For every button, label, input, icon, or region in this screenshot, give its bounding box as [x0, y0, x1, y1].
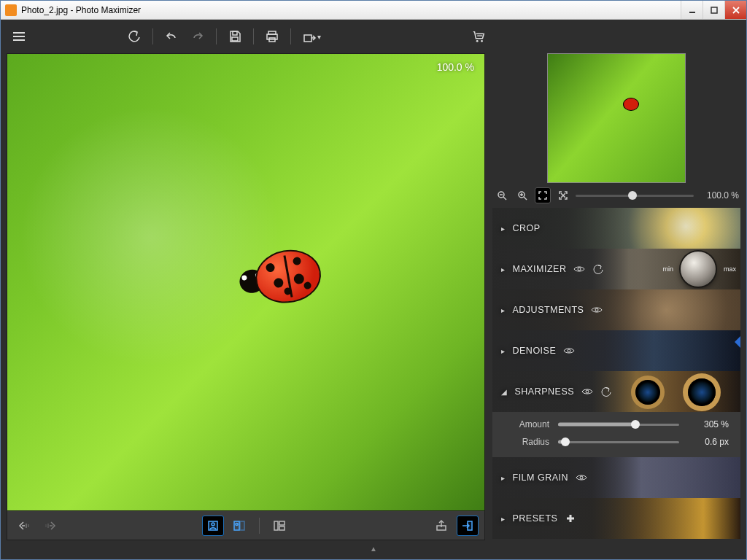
- top-toolbar: ▾: [7, 24, 740, 49]
- panel-adjustments[interactable]: ▸ADJUSTMENTS: [492, 289, 740, 330]
- svg-rect-28: [274, 521, 278, 530]
- view-single-button[interactable]: [202, 516, 224, 536]
- panel-label: SHARPNESS: [515, 386, 575, 397]
- zoom-out-button[interactable]: [494, 187, 510, 203]
- svg-rect-26: [240, 521, 244, 530]
- svg-point-13: [476, 40, 479, 42]
- svg-rect-10: [267, 34, 277, 39]
- panel-label: FILM GRAIN: [513, 472, 569, 483]
- sharpness-amount-row: Amount 305 %: [504, 419, 729, 429]
- fit-screen-button[interactable]: [535, 187, 551, 203]
- panel-label: CROP: [513, 223, 541, 233]
- revert-button[interactable]: [122, 26, 147, 47]
- redo-button[interactable]: [185, 26, 210, 47]
- svg-point-44: [578, 268, 581, 271]
- footer-expand-icon[interactable]: ▲: [7, 545, 740, 552]
- canvas-zoom-label: 100.0 %: [437, 61, 474, 73]
- svg-rect-30: [279, 526, 285, 530]
- panel-presets[interactable]: ▸PRESETS: [492, 498, 740, 539]
- expand-icon: ▸: [501, 474, 506, 482]
- menu-button[interactable]: [7, 26, 31, 47]
- sharpness-radius-slider[interactable]: [558, 441, 679, 443]
- bottom-toolbar: [7, 511, 485, 540]
- panels-accordion: ▸CROP min max ▸MAXIMIZER ▸: [492, 208, 740, 540]
- undo-button[interactable]: [159, 26, 184, 47]
- svg-point-47: [586, 390, 589, 393]
- title-bar: Photo_2.jpg - Photo Maximizer: [1, 1, 746, 20]
- svg-rect-6: [13, 39, 25, 41]
- svg-line-39: [524, 197, 527, 200]
- panel-label: ADJUSTMENTS: [513, 305, 584, 315]
- svg-rect-1: [711, 7, 717, 13]
- expand-icon: ▸: [501, 306, 506, 314]
- print-button[interactable]: [260, 26, 285, 47]
- svg-rect-4: [13, 32, 25, 34]
- eye-icon[interactable]: [573, 263, 585, 275]
- panel-label: DENOISE: [513, 346, 557, 356]
- panel-filmgrain[interactable]: ▸FILM GRAIN: [492, 457, 740, 498]
- expand-icon: ▸: [501, 265, 506, 273]
- slider-label: Amount: [504, 419, 549, 429]
- svg-line-36: [503, 197, 506, 200]
- zoom-value: 100.0 %: [698, 190, 739, 201]
- navigator-zoom-row: 100.0 %: [492, 187, 740, 203]
- panel-denoise[interactable]: ▸DENOISE: [492, 330, 740, 371]
- eye-icon[interactable]: [563, 345, 575, 357]
- svg-rect-8: [232, 37, 238, 41]
- svg-point-14: [481, 40, 483, 42]
- svg-point-45: [595, 308, 598, 311]
- eye-icon[interactable]: [581, 386, 593, 397]
- panel-sharpness-body: Amount 305 % Radius 0.6 px: [492, 412, 740, 457]
- view-compare-button[interactable]: [228, 516, 250, 536]
- share-chevron-icon: ▾: [317, 33, 321, 41]
- app-icon: [5, 4, 17, 16]
- sharpness-amount-slider[interactable]: [558, 424, 679, 426]
- panel-sharpness[interactable]: ◢SHARPNESS: [492, 371, 740, 412]
- sharpness-radius-row: Radius 0.6 px: [504, 437, 729, 447]
- svg-point-46: [568, 349, 570, 352]
- zoom-slider[interactable]: [576, 195, 694, 197]
- panel-label: PRESETS: [513, 513, 558, 524]
- panel-crop[interactable]: ▸CROP: [492, 208, 740, 249]
- cart-button[interactable]: [466, 26, 491, 47]
- reset-icon[interactable]: [600, 386, 612, 397]
- sharpness-radius-value: 0.6 px: [688, 437, 729, 447]
- slider-label: Radius: [504, 437, 549, 447]
- svg-rect-5: [13, 36, 25, 37]
- panel-label: MAXIMIZER: [513, 264, 567, 274]
- actual-size-button[interactable]: [555, 187, 571, 203]
- import-right-button[interactable]: [457, 516, 479, 536]
- close-button[interactable]: [724, 1, 746, 19]
- expand-icon: ▸: [501, 225, 506, 233]
- minimize-button[interactable]: [681, 1, 703, 19]
- svg-rect-7: [233, 31, 237, 35]
- eye-icon[interactable]: [591, 304, 603, 316]
- navigator-preview[interactable]: [547, 53, 686, 183]
- layout-toggle-button[interactable]: [268, 516, 290, 536]
- eye-icon[interactable]: [576, 472, 587, 483]
- sharpness-amount-value: 305 %: [688, 419, 729, 429]
- svg-point-27: [235, 523, 237, 525]
- image-canvas[interactable]: 100.0 %: [7, 53, 485, 511]
- svg-rect-29: [279, 521, 285, 525]
- collapse-icon: ◢: [501, 388, 508, 396]
- svg-point-48: [580, 476, 583, 479]
- expand-icon: ▸: [501, 515, 506, 523]
- zoom-in-button[interactable]: [514, 187, 530, 203]
- app-chrome: ▾: [1, 20, 746, 559]
- svg-point-24: [212, 523, 214, 526]
- save-button[interactable]: [222, 26, 247, 47]
- app-window: Photo_2.jpg - Photo Maximizer ▾: [0, 0, 747, 560]
- svg-rect-12: [304, 35, 311, 42]
- export-up-button[interactable]: [430, 516, 452, 536]
- expand-icon: ▸: [501, 347, 506, 355]
- next-image-button[interactable]: [39, 516, 61, 536]
- side-panel: 100.0 % ▸CROP min max ▸MAXIMIZER: [492, 53, 740, 540]
- window-title: Photo_2.jpg - Photo Maximizer: [21, 5, 681, 15]
- prev-image-button[interactable]: [13, 516, 35, 536]
- reset-icon[interactable]: [592, 263, 604, 275]
- panel-maximizer[interactable]: min max ▸MAXIMIZER: [492, 249, 740, 289]
- maximize-button[interactable]: [703, 1, 724, 19]
- add-icon[interactable]: [565, 513, 576, 524]
